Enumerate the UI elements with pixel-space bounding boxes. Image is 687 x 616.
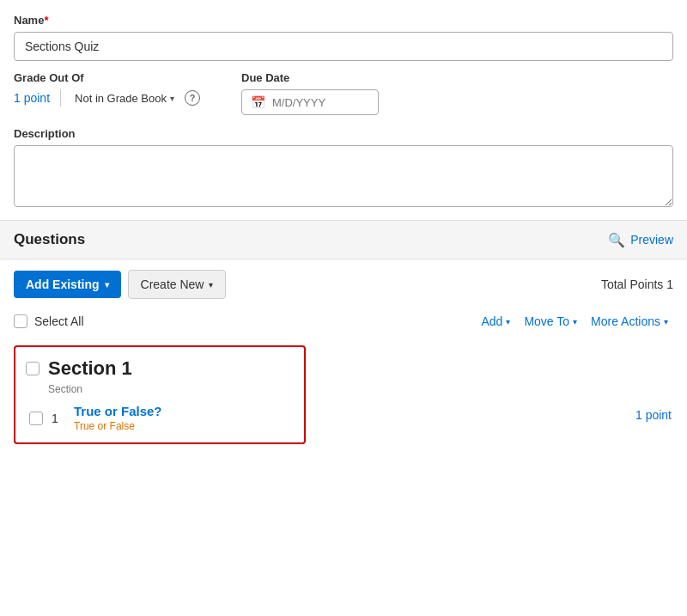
chevron-down-icon: ▾ — [506, 317, 510, 326]
grade-due-row: Grade Out Of 1 point Not in Grade Book ▾… — [14, 71, 673, 115]
section-checkbox[interactable] — [26, 362, 40, 375]
chevron-down-icon: ▾ — [664, 317, 668, 326]
chevron-down-icon: ▾ — [170, 94, 174, 103]
question-points: 1 point — [635, 408, 672, 422]
calendar-icon: 📅 — [251, 95, 265, 109]
questions-header: Questions 🔍 Preview — [0, 221, 687, 259]
add-existing-button[interactable]: Add Existing ▾ — [14, 271, 121, 298]
description-label: Description — [14, 127, 673, 140]
help-icon[interactable]: ? — [185, 90, 200, 106]
due-date-input[interactable] — [272, 96, 358, 109]
create-new-button[interactable]: Create New ▾ — [128, 270, 227, 299]
vertical-divider — [60, 89, 61, 107]
question-type: True or False — [74, 420, 162, 432]
more-actions-button[interactable]: More Actions ▾ — [586, 311, 673, 332]
select-all-label: Select All — [34, 314, 84, 328]
date-input-wrap: 📅 — [241, 89, 379, 115]
toolbar-row: Add Existing ▾ Create New ▾ Total Points… — [0, 259, 687, 306]
chevron-down-icon: ▾ — [105, 280, 109, 290]
section-card: Section 1 Section 1 True or False? True … — [14, 345, 306, 444]
questions-title: Questions — [14, 231, 85, 248]
points-right-area: 1 point — [14, 408, 673, 422]
section-type: Section — [48, 383, 294, 395]
grade-controls: 1 point Not in Grade Book ▾ ? — [14, 89, 200, 107]
select-actions-row: Select All Add ▾ Move To ▾ More Actions … — [0, 306, 687, 338]
name-label: Name* — [14, 14, 673, 27]
add-button[interactable]: Add ▾ — [476, 311, 515, 332]
preview-icon: 🔍 — [608, 232, 625, 248]
due-date-label: Due Date — [241, 71, 379, 84]
grade-book-dropdown[interactable]: Not in Grade Book ▾ — [71, 90, 178, 107]
total-points: Total Points 1 — [601, 278, 673, 291]
name-input[interactable] — [14, 32, 673, 61]
chevron-down-icon: ▾ — [209, 280, 213, 290]
section-header: Section 1 — [26, 357, 294, 380]
toolbar-left: Add Existing ▾ Create New ▾ — [14, 270, 226, 299]
grade-out-of-label: Grade Out Of — [14, 71, 200, 84]
preview-button[interactable]: 🔍 Preview — [608, 232, 673, 248]
chevron-down-icon: ▾ — [573, 317, 577, 326]
select-all-checkbox[interactable] — [14, 314, 27, 328]
quiz-form: Name* Grade Out Of 1 point Not in Grade … — [0, 0, 687, 221]
select-all-wrap: Select All — [14, 314, 84, 328]
grade-points: 1 point — [14, 91, 50, 105]
description-section: Description — [14, 127, 673, 210]
description-textarea[interactable] — [14, 145, 673, 207]
move-to-button[interactable]: Move To ▾ — [519, 311, 582, 332]
section-title: Section 1 — [48, 357, 132, 380]
action-buttons: Add ▾ Move To ▾ More Actions ▾ — [476, 311, 673, 332]
due-date-section: Due Date 📅 — [241, 71, 379, 115]
grade-section: Grade Out Of 1 point Not in Grade Book ▾… — [14, 71, 200, 107]
content-area: Section 1 Section 1 True or False? True … — [0, 338, 687, 436]
